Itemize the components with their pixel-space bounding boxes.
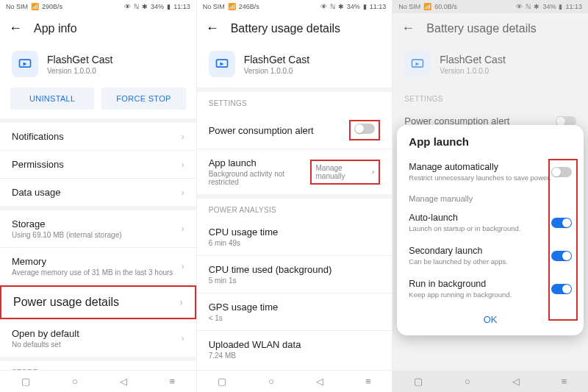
nav-drawer-icon[interactable]: ≡ [365,376,371,387]
battery-pct: 34% [347,3,360,10]
sim-status: No SIM [203,3,225,10]
nav-bar: ▢ ○ ◁ ≡ [392,370,588,392]
nav-recent-icon[interactable]: ▢ [218,376,226,387]
app-version: Version 1.0.0.0 [440,67,505,75]
row-open-default[interactable]: Open by default No defaults set › [0,320,196,357]
app-info-block: FlashGet Cast Version 1.0.0.0 [197,43,392,88]
row-app-launch[interactable]: App launch Background activity not restr… [197,149,392,194]
battery-icon: ▮ [167,3,171,10]
signal-icon: 📶 [423,3,431,10]
nav-drawer-icon[interactable]: ≡ [169,376,175,387]
net-speed: 290B/s [42,3,62,10]
status-bar: No SIM 📶 60.0B/s 👁 ℕ ✱ 34% ▮ 11:13 [392,0,588,13]
battery-icon: ▮ [559,3,562,10]
sim-status: No SIM [6,3,28,10]
net-speed: 246B/s [239,3,259,10]
row-permissions[interactable]: Permissions › [0,151,196,178]
nav-bar: ▢ ○ ◁ ≡ [0,370,196,392]
app-icon [209,51,235,77]
app-name: FlashGet Cast [47,54,112,65]
sim-status: No SIM [398,3,420,10]
app-icon [404,51,431,77]
uninstall-button[interactable]: UNINSTALL [10,88,94,110]
chevron-right-icon: › [182,132,184,142]
nav-home-icon[interactable]: ○ [268,376,274,387]
nav-back-icon[interactable]: ◁ [120,376,127,387]
bt-icon: ✱ [534,3,539,10]
chevron-right-icon: › [180,297,183,307]
screen-battery-usage: No SIM 📶 246B/s 👁 ℕ ✱ 34% ▮ 11:13 ← Batt… [196,0,392,392]
row-storage[interactable]: Storage Using 69.10 MB (internal storage… [0,210,196,247]
force-stop-button[interactable]: FORCE STOP [101,88,185,110]
chevron-right-icon: › [182,261,184,271]
nav-back-icon[interactable]: ◁ [512,376,520,387]
row-data-usage[interactable]: Data usage › [0,179,196,206]
settings-header: SETTINGS [197,92,392,112]
bt-icon: ✱ [142,3,148,10]
nav-recent-icon[interactable]: ▢ [21,376,30,387]
battery-pct: 34% [151,3,164,10]
power-analysis-header: POWER ANALYSIS [197,199,392,218]
clock: 11:13 [370,3,387,10]
chevron-right-icon: › [182,333,184,343]
app-info-block: FlashGet Cast Version 1.0.0.0 [0,43,196,88]
header: ← App info [0,13,196,43]
nav-recent-icon[interactable]: ▢ [414,376,423,387]
battery-icon: ▮ [363,3,367,10]
row-memory[interactable]: Memory Average memory use of 31 MB in th… [0,248,196,285]
clock: 11:13 [173,3,190,10]
clock: 11:13 [565,3,582,10]
chevron-right-icon: › [372,168,374,176]
app-version: Version 1.0.0.0 [47,67,112,75]
row-wlan: Uploaded WLAN data 7.24 MB [197,331,392,368]
settings-header: SETTINGS [392,88,588,107]
nav-drawer-icon[interactable]: ≡ [562,376,567,387]
header: ← Battery usage details [392,13,588,43]
status-bar: No SIM 📶 290B/s 👁 ℕ ✱ 34% ▮ 11:13 [0,0,196,13]
battery-pct: 34% [542,3,556,10]
page-title: Battery usage details [426,22,536,35]
nfc-icon: ℕ [330,3,335,10]
signal-icon: 📶 [31,3,39,10]
app-name: FlashGet Cast [244,54,309,65]
nav-home-icon[interactable]: ○ [72,376,78,387]
header: ← Battery usage details [197,13,392,43]
back-icon[interactable]: ← [401,21,415,36]
screen-app-launch-dialog: No SIM 📶 60.0B/s 👁 ℕ ✱ 34% ▮ 11:13 ← Bat… [392,0,588,392]
app-icon [12,51,38,77]
page-title: App info [34,22,77,35]
row-power-usage[interactable]: Power usage details › [0,285,196,319]
chevron-right-icon: › [182,188,184,198]
nav-back-icon[interactable]: ◁ [316,376,323,387]
nfc-icon: ℕ [526,3,531,10]
app-launch-dialog: App launch Manage automatically Restrict… [397,125,584,335]
chevron-right-icon: › [182,160,184,170]
eye-icon: 👁 [124,3,131,10]
dialog-title: App launch [397,125,584,155]
row-gps: GPS usage time < 1s [197,293,392,330]
nfc-icon: ℕ [134,3,139,10]
store-header: STORE [0,361,196,370]
app-info-block: FlashGet Cast Version 1.0.0.0 [392,43,588,88]
toggle-power-alert[interactable] [354,124,375,134]
back-icon[interactable]: ← [9,21,22,36]
manage-manually-button[interactable]: Manage manually › [310,160,381,185]
app-version: Version 1.0.0.0 [244,67,309,75]
bt-icon: ✱ [338,3,344,10]
eye-icon: 👁 [516,3,523,10]
row-cpu-time: CPU usage time 6 min 49s [197,218,392,255]
nav-bar: ▢ ○ ◁ ≡ [197,370,392,392]
signal-icon: 📶 [228,3,236,10]
page-title: Battery usage details [231,22,340,35]
back-icon[interactable]: ← [206,21,219,36]
row-cpu-bg: CPU time used (background) 5 min 1s [197,256,392,293]
row-power-alert[interactable]: Power consumption alert [197,112,392,149]
app-name: FlashGet Cast [440,54,505,65]
screen-app-info: No SIM 📶 290B/s 👁 ℕ ✱ 34% ▮ 11:13 ← App … [0,0,196,392]
net-speed: 60.0B/s [434,3,457,10]
chevron-right-icon: › [182,224,184,234]
nav-home-icon[interactable]: ○ [465,376,470,387]
row-notifications[interactable]: Notifications › [0,123,196,150]
status-bar: No SIM 📶 246B/s 👁 ℕ ✱ 34% ▮ 11:13 [197,0,392,13]
highlight-box [548,159,578,321]
